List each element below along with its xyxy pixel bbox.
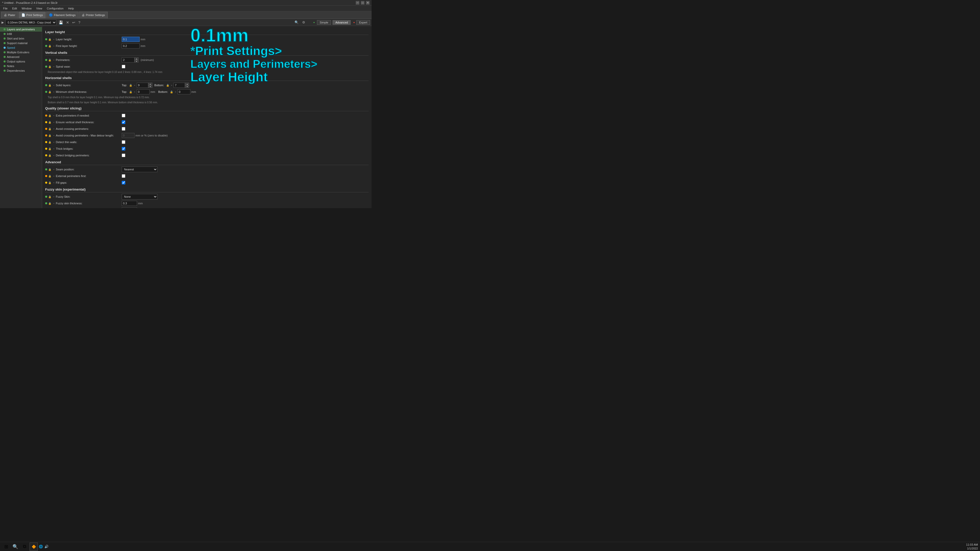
preset-advanced-button[interactable]: Advanced (332, 20, 351, 25)
sidebar-dot (3, 51, 6, 53)
min-thickness-control: Top: 🔒 • mm Bottom: 🔒 • mm (122, 89, 196, 94)
fuzzy-point-distance-input[interactable] (122, 207, 137, 208)
detect-bridging-checkbox[interactable] (122, 154, 125, 157)
layer-height-lock[interactable]: 🔒 (48, 38, 51, 41)
search-icon[interactable]: 🔍 (294, 21, 299, 24)
profile-save-button[interactable]: 💾 (58, 21, 64, 24)
min-thickness-lock[interactable]: 🔒 (48, 91, 51, 94)
perimeters-label: 🔒 • Perimeters: (45, 59, 122, 62)
avoid-crossing-max-input[interactable] (122, 133, 135, 138)
avoid-crossing-checkbox[interactable] (122, 127, 125, 130)
preset-expert-button[interactable]: Expert (356, 20, 370, 25)
tab-printer-settings[interactable]: 🖨 Printer Settings (79, 12, 108, 18)
menu-edit[interactable]: Edit (10, 6, 19, 11)
avoid-crossing-row: 🔒 • Avoid crossing perimeters: (45, 126, 369, 132)
profile-help-button[interactable]: ? (78, 21, 81, 24)
solid-layers-top-up[interactable]: ▲ (148, 83, 152, 85)
solid-layers-top-input[interactable] (137, 83, 148, 88)
sidebar-item-multiple-extruders[interactable]: Multiple Extruders (0, 50, 42, 55)
min-thickness-bottom-input[interactable] (178, 89, 190, 94)
thick-bridges-lock[interactable]: 🔒 (48, 148, 51, 150)
solid-layers-top-down[interactable]: ▼ (148, 85, 152, 88)
spiral-vase-lock[interactable]: 🔒 (48, 65, 51, 68)
sidebar-item-layers-and-perimeters[interactable]: Layers and perimeters (0, 27, 42, 32)
spiral-vase-row: 🔒 • Spiral vase: (45, 64, 369, 69)
sidebar-item-infill[interactable]: Infill (0, 32, 42, 36)
extra-perimeters-checkbox[interactable] (122, 114, 125, 118)
menu-configuration[interactable]: Configuration (45, 6, 65, 11)
solid-layers-bottom-down[interactable]: ▼ (185, 85, 189, 88)
fuzzy-skin-lock[interactable]: 🔒 (48, 195, 51, 198)
min-thickness-bottom-lock[interactable]: 🔒 (170, 91, 173, 94)
sidebar-item-support-material[interactable]: Support material (0, 41, 42, 45)
sidebar-item-dependencies[interactable]: Dependencies (0, 68, 42, 73)
sidebar-item-speed[interactable]: Speed (0, 45, 42, 50)
detect-thin-checkbox[interactable] (122, 140, 125, 144)
fill-gaps-lock[interactable]: 🔒 (48, 181, 51, 184)
tab-print-settings[interactable]: 📄 Print Settings (19, 12, 46, 18)
fill-gaps-checkbox[interactable] (122, 181, 125, 184)
restore-button[interactable]: □ (361, 1, 364, 5)
profile-reset-button[interactable]: ↩ (72, 21, 76, 24)
thick-bridges-checkbox[interactable] (122, 147, 125, 151)
preset-simple-button[interactable]: Simple (317, 20, 331, 25)
solid-layers-bottom-lock[interactable]: 🔒 (166, 84, 169, 87)
minimize-button[interactable]: ─ (356, 1, 360, 5)
external-first-row: 🔒 • External perimeters first: (45, 173, 369, 179)
menu-window[interactable]: Window (20, 6, 34, 11)
tab-filament-settings[interactable]: 🔵 Filament Settings (46, 12, 78, 18)
min-thickness-top-lock[interactable]: 🔒 (129, 91, 132, 94)
solid-layers-top-label: Top: (122, 84, 127, 87)
solid-layers-top-lock[interactable]: 🔒 (129, 84, 132, 87)
layer-height-input[interactable] (122, 37, 140, 42)
first-layer-height-row: 🔒 • First layer height: mm (45, 43, 369, 49)
seam-position-select[interactable]: Nearest Aligned Rear Random (122, 167, 158, 172)
close-button[interactable]: ✕ (366, 1, 369, 5)
detect-bridging-lock[interactable]: 🔒 (48, 154, 51, 157)
fuzzy-skin-select[interactable]: None Outside walls All walls (122, 194, 158, 200)
perimeters-lock[interactable]: 🔒 (48, 59, 51, 62)
extra-perimeters-lock[interactable]: 🔒 (48, 114, 51, 117)
sidebar-item-label: Infill (7, 32, 12, 35)
sidebar-item-advanced[interactable]: Advanced (0, 55, 42, 59)
sidebar-item-output-options[interactable]: Output options (0, 59, 42, 64)
external-first-checkbox[interactable] (122, 174, 125, 178)
perimeters-spin-down[interactable]: ▼ (135, 60, 138, 62)
sidebar-dot (3, 33, 6, 35)
first-layer-lock[interactable]: 🔒 (48, 44, 51, 48)
fuzzy-thickness-input[interactable] (122, 201, 137, 206)
solid-layers-lock[interactable]: 🔒 (48, 84, 51, 87)
menu-view[interactable]: View (34, 6, 45, 11)
avoid-crossing-max-lock[interactable]: 🔒 (48, 134, 51, 137)
seam-position-row: 🔒 • Seam position: Nearest Aligned Rear … (45, 167, 369, 172)
sidebar-item-notes[interactable]: Notes (0, 64, 42, 68)
layer-height-unit: mm (141, 38, 145, 41)
external-first-lock[interactable]: 🔒 (48, 175, 51, 178)
sidebar-item-skirt-and-brim[interactable]: Skirt and brim (0, 36, 42, 41)
perimeters-spin-up[interactable]: ▲ (135, 57, 138, 60)
ensure-vertical-lock[interactable]: 🔒 (48, 121, 51, 124)
profile-cancel-button[interactable]: ✕ (65, 21, 70, 24)
thick-bridges-label: 🔒 • Thick bridges: (45, 147, 122, 150)
avoid-crossing-lock[interactable]: 🔒 (48, 127, 51, 130)
seam-position-lock[interactable]: 🔒 (48, 168, 51, 171)
main-layout: Layers and perimeters Infill Skirt and b… (0, 26, 372, 208)
solid-layers-bottom-up[interactable]: ▲ (185, 83, 189, 85)
detect-thin-lock[interactable]: 🔒 (48, 141, 51, 144)
perimeters-input[interactable] (122, 57, 135, 62)
first-layer-height-input[interactable] (122, 43, 140, 48)
menu-help[interactable]: Help (66, 6, 76, 11)
filament-icon: 🔵 (49, 13, 53, 17)
sidebar-dot (3, 38, 6, 40)
seam-position-label: 🔒 • Seam position: (45, 168, 122, 171)
min-thickness-top-input[interactable] (137, 89, 150, 94)
solid-layers-bottom-input[interactable] (173, 83, 185, 88)
fuzzy-thickness-status (45, 202, 47, 204)
tab-plater[interactable]: 🖨 Plater (1, 12, 18, 18)
ensure-vertical-checkbox[interactable] (122, 121, 125, 124)
fuzzy-thickness-lock[interactable]: 🔒 (48, 202, 51, 205)
settings-icon[interactable]: ⚙ (302, 21, 305, 24)
menu-file[interactable]: File (1, 6, 10, 11)
spiral-vase-checkbox[interactable] (122, 65, 125, 68)
profile-select[interactable]: 0.10mm DETAIL MK3 - Copy (modified) (5, 20, 56, 25)
